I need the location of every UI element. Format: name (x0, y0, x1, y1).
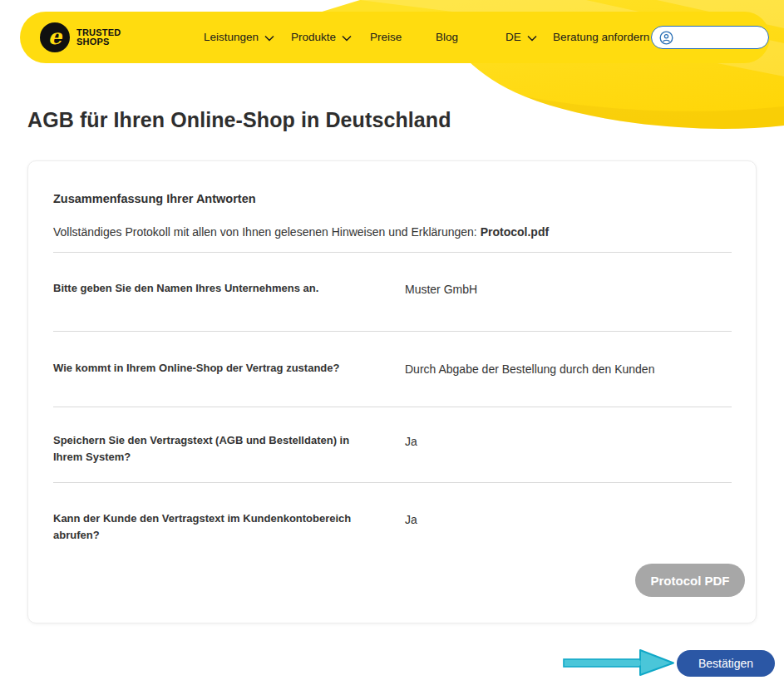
logo-wordmark: TRUSTED SHOPS (76, 28, 121, 47)
answer-store-contract-text: Ja (405, 432, 417, 466)
consult-request-link[interactable]: Beratung anfordern (553, 31, 649, 44)
chevron-down-icon (527, 35, 537, 42)
answer-contract-formation: Durch Abgabe der Bestellung durch den Ku… (405, 360, 654, 377)
qa-row: Wie kommt in Ihrem Online-Shop der Vertr… (53, 331, 732, 407)
chevron-down-icon (264, 35, 274, 42)
chevron-down-icon (342, 35, 352, 42)
answer-customer-account-access: Ja (405, 510, 417, 544)
trusted-shops-e-icon: e (40, 22, 70, 52)
question-contract-formation: Wie kommt in Ihrem Online-Shop der Vertr… (53, 360, 405, 377)
qa-row: Bitte geben Sie den Namen Ihres Unterneh… (53, 252, 732, 331)
account-login-pill[interactable] (651, 26, 769, 49)
summary-heading: Zusammenfassung Ihrer Antworten (53, 192, 732, 205)
question-store-contract-text: Speichern Sie den Vertragstext (AGB und … (53, 432, 405, 466)
question-customer-account-access: Kann der Kunde den Vertragstext im Kunde… (53, 510, 405, 544)
nav-item-preise[interactable]: Preise (370, 31, 402, 44)
nav-item-produkte[interactable]: Produkte (291, 31, 352, 44)
qa-row: Kann der Kunde den Vertragstext im Kunde… (53, 482, 732, 579)
top-navbar: e TRUSTED SHOPS Leistungen Produkte Prei… (20, 12, 770, 63)
language-selector[interactable]: DE (505, 31, 537, 44)
answer-company-name: Muster GmbH (405, 280, 477, 298)
protocol-pdf-button[interactable]: Protocol PDF (635, 564, 745, 597)
nav-item-blog[interactable]: Blog (436, 31, 458, 44)
arrow-annotation-icon (562, 648, 677, 680)
confirm-button[interactable]: Bestätigen (677, 650, 775, 677)
protocol-file-name: Protocol.pdf (481, 225, 549, 239)
page-title: AGB für Ihren Online-Shop in Deutschland (27, 108, 451, 132)
user-circle-icon (659, 31, 673, 45)
protocol-summary-line: Vollständiges Protokoll mit allen von Ih… (53, 225, 732, 239)
qa-row: Speichern Sie den Vertragstext (AGB und … (53, 407, 732, 482)
nav-item-leistungen[interactable]: Leistungen (204, 31, 274, 44)
trusted-shops-logo[interactable]: e TRUSTED SHOPS (40, 22, 121, 52)
summary-card: Zusammenfassung Ihrer Antworten Vollstän… (27, 160, 757, 623)
question-company-name: Bitte geben Sie den Namen Ihres Unterneh… (53, 280, 405, 298)
